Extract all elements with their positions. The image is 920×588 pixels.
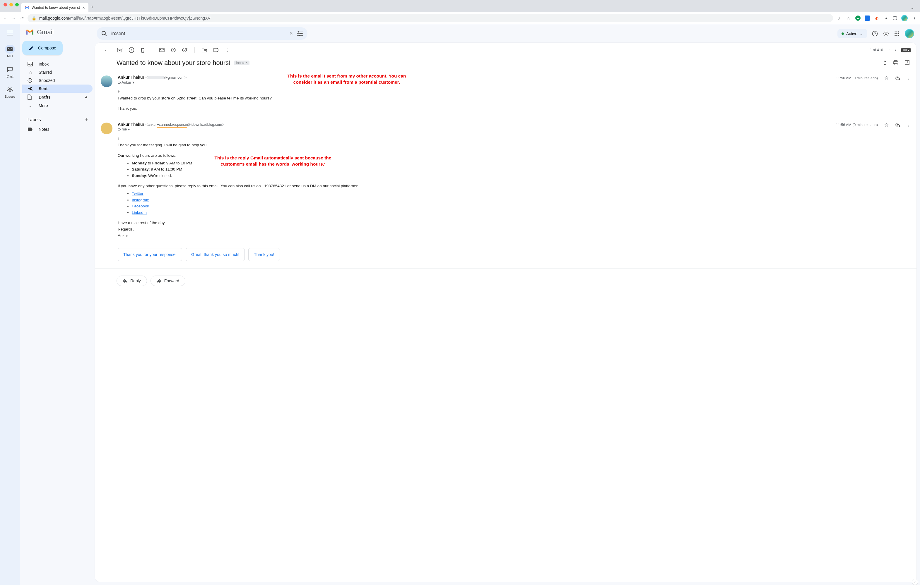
account-avatar[interactable] — [905, 29, 914, 38]
social-linkedin-link[interactable]: LinkedIn — [132, 210, 147, 215]
window-close-icon[interactable] — [3, 3, 7, 6]
smart-reply-3[interactable]: Thank you! — [248, 248, 280, 261]
print-icon[interactable] — [893, 60, 898, 66]
more-actions-icon[interactable]: ⋮ — [225, 48, 229, 52]
social-instagram-link[interactable]: Instagram — [132, 198, 149, 202]
star-message-icon[interactable]: ☆ — [884, 122, 889, 128]
social-facebook-link[interactable]: Facebook — [132, 204, 149, 208]
browser-tab[interactable]: Wanted to know about your st × — [21, 3, 88, 12]
back-to-list-icon[interactable]: ← — [101, 48, 112, 52]
archive-icon[interactable] — [117, 48, 122, 52]
extension-2-icon[interactable] — [865, 16, 870, 21]
spam-icon[interactable]: ! — [129, 47, 134, 53]
move-to-icon[interactable] — [202, 48, 207, 52]
apps-icon[interactable] — [894, 31, 899, 36]
svg-text:!: ! — [131, 48, 132, 52]
side-panel-toggle-icon[interactable]: ‹ — [912, 578, 918, 585]
browser-menu-icon[interactable]: ⋮ — [912, 16, 917, 21]
reply-button[interactable]: Reply — [117, 276, 147, 286]
add-label-button[interactable]: + — [85, 116, 88, 123]
nav-inbox[interactable]: Inbox — [22, 60, 92, 68]
settings-icon[interactable] — [883, 31, 889, 37]
reply-icon[interactable] — [895, 123, 901, 127]
message-time: 11:56 AM (0 minutes ago) — [836, 76, 878, 80]
svg-point-14 — [898, 31, 899, 32]
tab-close-icon[interactable]: × — [82, 5, 85, 10]
rail-spaces[interactable]: Spaces — [2, 82, 18, 101]
svg-point-20 — [898, 35, 899, 36]
profile-avatar-icon[interactable] — [901, 15, 908, 21]
extension-3-icon[interactable]: ◐ — [874, 16, 879, 21]
pencil-icon — [29, 45, 34, 51]
add-task-icon[interactable] — [182, 47, 187, 53]
sender-email: <ankur+canned.response@idownloadblog.com… — [146, 123, 224, 128]
smart-reply-1[interactable]: Thank you for your response. — [118, 248, 182, 261]
message-time: 11:56 AM (0 minutes ago) — [836, 123, 878, 127]
search-bar[interactable]: × — [97, 27, 308, 40]
reply-icon[interactable] — [895, 76, 901, 80]
nav-more[interactable]: ⌄More — [22, 102, 92, 110]
bookmark-icon[interactable]: ☆ — [846, 16, 851, 21]
extensions-puzzle-icon[interactable]: ✦ — [883, 16, 889, 21]
search-clear-icon[interactable]: × — [289, 30, 293, 37]
main-menu-icon[interactable] — [4, 28, 16, 38]
message-more-icon[interactable]: ⋮ — [907, 76, 910, 80]
snooze-icon[interactable] — [171, 48, 176, 52]
svg-point-18 — [894, 35, 896, 36]
recipient-line[interactable]: to me ▾ — [118, 127, 224, 132]
nav-drafts[interactable]: Drafts4 — [22, 93, 92, 102]
labels-icon[interactable] — [214, 48, 219, 52]
support-icon[interactable]: ? — [872, 31, 878, 37]
svg-rect-29 — [894, 63, 897, 65]
tab-overflow-icon[interactable]: ⌄ — [907, 3, 918, 12]
url-bar[interactable]: 🔒 mail.google.com/mail/u/0/?tab=rm&ogbl#… — [28, 14, 833, 22]
nav-sent[interactable]: Sent — [22, 84, 92, 93]
social-twitter-link[interactable]: Twitter — [132, 191, 144, 196]
svg-point-11 — [885, 33, 887, 34]
sender-avatar — [101, 123, 112, 134]
tab-title: Wanted to know about your st — [32, 6, 80, 10]
svg-point-8 — [299, 35, 300, 36]
recipient-line[interactable]: to Ankur ▾ — [118, 80, 186, 84]
mark-unread-icon[interactable] — [159, 48, 165, 52]
extension-1-icon[interactable]: ● — [855, 16, 860, 21]
inbox-icon — [28, 62, 33, 66]
svg-text:?: ? — [874, 32, 876, 36]
nav-snoozed[interactable]: Snoozed — [22, 76, 92, 84]
nav-starred[interactable]: ☆Starred — [22, 68, 92, 76]
new-tab-button[interactable]: + — [88, 2, 96, 12]
spaces-icon — [7, 87, 13, 92]
star-message-icon[interactable]: ☆ — [884, 75, 889, 81]
label-notes[interactable]: Notes — [22, 125, 92, 133]
window-minimize-icon[interactable] — [10, 3, 13, 6]
forward-arrow-icon — [157, 279, 161, 283]
inbox-label-chip[interactable]: Inbox × — [234, 61, 249, 65]
chip-remove-icon[interactable]: × — [246, 61, 248, 65]
message-more-icon[interactable]: ⋮ — [907, 123, 910, 127]
search-options-icon[interactable] — [297, 31, 303, 36]
window-maximize-icon[interactable] — [15, 3, 19, 6]
expand-all-icon[interactable] — [883, 60, 887, 66]
search-input[interactable] — [111, 31, 285, 36]
side-panel-icon[interactable] — [893, 16, 897, 20]
delete-icon[interactable] — [141, 47, 145, 53]
forward-button[interactable]: Forward — [151, 276, 185, 286]
url-text: mail.google.com/mail/u/0/?tab=rm&ogbl#se… — [39, 16, 211, 21]
status-chip[interactable]: Active ⌄ — [837, 29, 867, 38]
rail-chat[interactable]: Chat — [2, 62, 18, 81]
svg-point-6 — [298, 31, 299, 32]
prev-page-icon[interactable]: ‹ — [888, 48, 889, 52]
compose-label: Compose — [38, 46, 56, 50]
nav-reload-icon[interactable]: ⟳ — [21, 16, 24, 21]
sender-name: Ankur Thakur — [118, 122, 144, 127]
compose-button[interactable]: Compose — [22, 40, 63, 55]
share-icon[interactable]: ⤴ — [837, 16, 842, 21]
open-new-window-icon[interactable] — [905, 60, 909, 66]
rail-mail[interactable]: Mail — [2, 42, 18, 61]
input-tool-icon[interactable]: ⌨ ▾ — [901, 48, 910, 52]
labels-header: Labels — [28, 117, 41, 122]
smart-reply-2[interactable]: Great, thank you so much! — [186, 248, 245, 261]
nav-back-icon[interactable]: ← — [3, 16, 7, 21]
svg-point-19 — [896, 35, 897, 36]
next-page-icon[interactable]: › — [895, 48, 896, 52]
